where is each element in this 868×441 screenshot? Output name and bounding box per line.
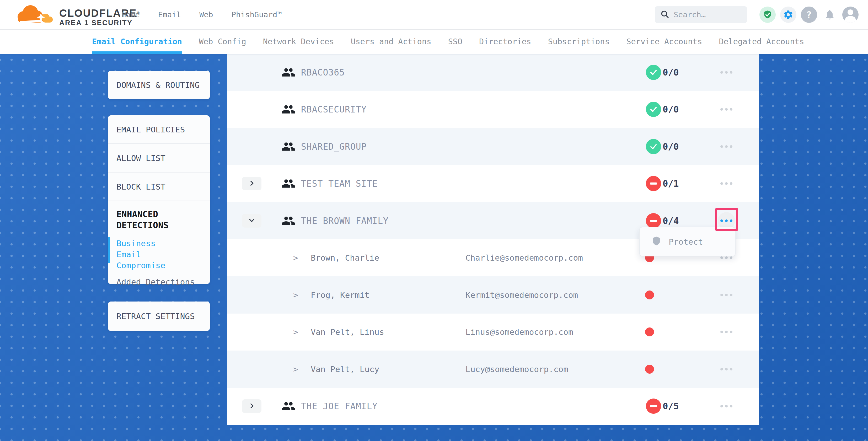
help-icon[interactable]: ? [801,6,817,23]
row-menu-button[interactable] [712,138,740,155]
cloudflare-cloud-icon [13,2,56,29]
tab-web-config[interactable]: Web Config [199,29,246,54]
sidebar-card-domains-routing[interactable]: DOMAINS & ROUTING [108,71,210,99]
nav-item-web[interactable]: Web [199,10,213,19]
tab-network-devices[interactable]: Network Devices [263,29,334,54]
status-badge-unprotected [646,213,661,228]
member-email: Kermit@somedemocorp.com [465,290,578,300]
protection-status-icon[interactable] [760,6,776,23]
tab-delegated-accounts[interactable]: Delegated Accounts [719,29,804,54]
annotation-highlight-box [715,208,738,231]
chevron-right-icon [248,180,255,187]
table-row-member: > Van Pelt, Lucy Lucy@somedemocorp.com [227,351,758,388]
status-dot-unprotected [645,327,654,336]
row-context-menu: Protect [639,227,736,256]
expand-row-button[interactable] [242,177,261,190]
group-name: SHARED_GROUP [301,141,367,152]
sidebar-item-block-list[interactable]: BLOCK LIST [108,172,210,200]
nav-item-email[interactable]: Email [158,10,181,19]
account-avatar-icon[interactable] [842,6,859,23]
expand-row-button[interactable] [242,399,261,413]
member-caret[interactable]: > [293,290,298,300]
table-row-group: SHARED_GROUP 0/0 [227,128,758,165]
member-name: Frog, Kermit [311,290,370,300]
search-icon [660,9,670,20]
status-badge-protected [646,102,661,117]
enhanced-detections-title: ENHANCED DETECTIONS [117,209,190,231]
notifications-bell-icon[interactable] [822,6,838,23]
table-row-member: > Van Pelt, Linus Linus@somedemocorp.com [227,314,758,351]
row-menu-button[interactable] [712,323,740,341]
active-tab-underline [92,52,182,54]
member-caret[interactable]: > [293,327,298,337]
nav-item-phishguard[interactable]: PhishGuard™ [231,10,282,19]
member-email: Linus@somedemocorp.com [465,327,573,337]
brand-logo[interactable]: CLOUDFLARE® AREA 1 SECURITY [13,2,140,29]
member-email: Charlie@somedemocorp.com [465,253,583,262]
nav-item-home[interactable]: Home [121,10,140,19]
group-name: RBACSECURITY [301,104,367,115]
enhanced-detections-section: ENHANCED DETECTIONS Business Email Compr… [108,201,210,287]
sidebar-card-retract-settings[interactable]: RETRACT SETTINGS [108,302,210,331]
group-icon [281,399,296,413]
settings-gear-icon[interactable] [780,6,797,23]
menu-item-protect[interactable]: Protect [669,237,703,247]
collapse-row-button[interactable] [242,214,261,228]
member-email: Lucy@somedemocorp.com [465,365,568,374]
row-menu-button[interactable] [712,360,740,378]
status-badge-protected [646,139,661,154]
tab-service-accounts[interactable]: Service Accounts [626,29,702,54]
table-row-member: > Frog, Kermit Kermit@somedemocorp.com [227,276,758,314]
group-icon [281,139,296,154]
tab-users-and-actions[interactable]: Users and Actions [351,29,431,54]
group-name: RBACO365 [301,67,345,77]
group-icon [281,214,296,228]
group-icon [281,65,296,80]
protected-count: 0/5 [663,401,679,411]
member-name: Brown, Charlie [311,253,379,262]
row-menu-button[interactable] [712,64,740,81]
member-name: Van Pelt, Linus [311,327,384,337]
sidebar-item-allow-list[interactable]: ALLOW LIST [108,144,210,172]
protected-count: 0/0 [663,141,679,152]
page-background: CLOUDFLARE® AREA 1 SECURITY Home Email W… [0,0,868,441]
row-menu-button[interactable] [712,175,740,192]
sidebar-item-added-detections[interactable]: Added Detections [117,277,202,287]
status-badge-unprotected [646,399,661,414]
search-box[interactable] [655,6,747,23]
section-tabbar: Email Configuration Web Config Network D… [0,29,868,54]
protected-count: 0/4 [663,216,679,226]
protected-count: 0/0 [663,67,679,77]
group-name: TEST TEAM SITE [301,179,378,189]
primary-nav: Home Email Web PhishGuard™ [121,0,282,29]
header-icons: ? [760,6,859,23]
groups-table: RBACO365 0/0 RBACSECURITY 0/0 SHARED_G [227,54,758,425]
table-row-group: TEST TEAM SITE 0/1 [227,165,758,202]
chevron-right-icon [248,403,255,410]
table-row-group: RBACO365 0/0 [227,54,758,91]
tab-sso[interactable]: SSO [448,29,462,54]
member-caret[interactable]: > [293,253,298,262]
sidebar-item-email-policies[interactable]: EMAIL POLICIES [108,115,210,144]
tab-email-configuration[interactable]: Email Configuration [92,29,182,54]
group-name: THE JOE FAMILY [301,401,378,411]
row-menu-button[interactable] [712,398,740,415]
tab-directories[interactable]: Directories [479,29,531,54]
row-menu-button[interactable] [712,286,740,304]
protected-count: 0/1 [663,178,679,189]
status-badge-protected [646,65,661,80]
row-menu-button[interactable] [712,101,740,118]
sidebar-item-business-email-compromise[interactable]: Business Email Compromise [117,238,185,271]
minus-icon [650,183,657,185]
sidebar-item-label: RETRACT SETTINGS [117,312,195,321]
table-row-group: RBACSECURITY 0/0 [227,91,758,128]
minus-icon [650,220,657,222]
top-header: CLOUDFLARE® AREA 1 SECURITY Home Email W… [0,0,868,29]
sidebar-card-policies: EMAIL POLICIES ALLOW LIST BLOCK LIST ENH… [108,115,210,284]
status-dot-unprotected [645,290,654,300]
status-badge-unprotected [646,176,661,191]
search-input[interactable] [674,10,739,19]
tab-subscriptions[interactable]: Subscriptions [548,29,610,54]
group-icon [281,102,296,117]
member-caret[interactable]: > [293,365,298,374]
